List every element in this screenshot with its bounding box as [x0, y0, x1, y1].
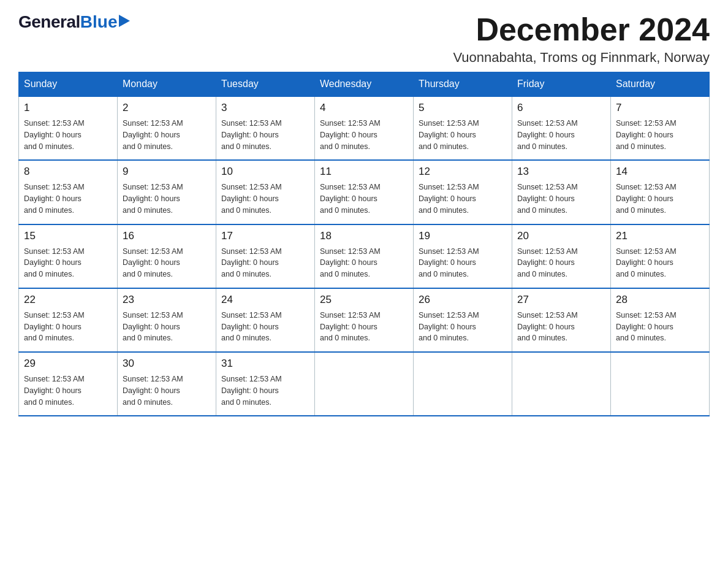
- day-number: 1: [24, 102, 112, 114]
- month-year-title: December 2024: [453, 12, 710, 47]
- day-number: 6: [517, 102, 605, 114]
- day-of-week-header: Tuesday: [216, 72, 315, 97]
- day-info: Sunset: 12:53 AMDaylight: 0 hoursand 0 m…: [123, 182, 211, 216]
- calendar-day-cell: 6Sunset: 12:53 AMDaylight: 0 hoursand 0 …: [512, 96, 611, 160]
- calendar-day-cell: 31Sunset: 12:53 AMDaylight: 0 hoursand 0…: [216, 352, 315, 416]
- calendar-day-cell: [414, 352, 512, 416]
- day-info: Sunset: 12:53 AMDaylight: 0 hoursand 0 m…: [616, 246, 704, 280]
- day-of-week-header: Monday: [118, 72, 216, 97]
- day-number: 29: [24, 358, 112, 370]
- day-info: Sunset: 12:53 AMDaylight: 0 hoursand 0 m…: [24, 310, 112, 344]
- day-number: 8: [24, 166, 112, 178]
- day-info: Sunset: 12:53 AMDaylight: 0 hoursand 0 m…: [24, 182, 112, 216]
- day-number: 30: [123, 358, 211, 370]
- calendar-day-cell: 15Sunset: 12:53 AMDaylight: 0 hoursand 0…: [19, 224, 118, 288]
- day-number: 16: [123, 230, 211, 242]
- logo-blue-text: Blue: [80, 12, 118, 32]
- calendar-week-row: 22Sunset: 12:53 AMDaylight: 0 hoursand 0…: [19, 288, 710, 352]
- calendar-day-cell: 8Sunset: 12:53 AMDaylight: 0 hoursand 0 …: [19, 160, 118, 224]
- day-info: Sunset: 12:53 AMDaylight: 0 hoursand 0 m…: [517, 182, 605, 216]
- location-subtitle: Vuonnabahta, Troms og Finnmark, Norway: [453, 50, 710, 66]
- calendar-day-cell: 28Sunset: 12:53 AMDaylight: 0 hoursand 0…: [611, 288, 710, 352]
- calendar-day-cell: 29Sunset: 12:53 AMDaylight: 0 hoursand 0…: [19, 352, 118, 416]
- calendar-day-cell: 30Sunset: 12:53 AMDaylight: 0 hoursand 0…: [118, 352, 216, 416]
- day-number: 11: [320, 166, 408, 178]
- day-number: 17: [221, 230, 309, 242]
- calendar-day-cell: 2Sunset: 12:53 AMDaylight: 0 hoursand 0 …: [118, 96, 216, 160]
- calendar-day-cell: 4Sunset: 12:53 AMDaylight: 0 hoursand 0 …: [315, 96, 414, 160]
- day-of-week-header: Thursday: [414, 72, 512, 97]
- calendar-header-row: SundayMondayTuesdayWednesdayThursdayFrid…: [19, 72, 710, 97]
- day-info: Sunset: 12:53 AMDaylight: 0 hoursand 0 m…: [221, 118, 309, 152]
- day-number: 24: [221, 294, 309, 306]
- day-info: Sunset: 12:53 AMDaylight: 0 hoursand 0 m…: [517, 118, 605, 152]
- calendar-day-cell: 13Sunset: 12:53 AMDaylight: 0 hoursand 0…: [512, 160, 611, 224]
- day-info: Sunset: 12:53 AMDaylight: 0 hoursand 0 m…: [517, 246, 605, 280]
- calendar-week-row: 8Sunset: 12:53 AMDaylight: 0 hoursand 0 …: [19, 160, 710, 224]
- calendar-day-cell: 9Sunset: 12:53 AMDaylight: 0 hoursand 0 …: [118, 160, 216, 224]
- day-info: Sunset: 12:53 AMDaylight: 0 hoursand 0 m…: [419, 246, 507, 280]
- calendar-day-cell: [611, 352, 710, 416]
- day-number: 25: [320, 294, 408, 306]
- page-header: General Blue December 2024 Vuonnabahta, …: [18, 12, 710, 66]
- day-number: 12: [419, 166, 507, 178]
- calendar-day-cell: 25Sunset: 12:53 AMDaylight: 0 hoursand 0…: [315, 288, 414, 352]
- calendar-day-cell: 12Sunset: 12:53 AMDaylight: 0 hoursand 0…: [414, 160, 512, 224]
- day-info: Sunset: 12:53 AMDaylight: 0 hoursand 0 m…: [221, 310, 309, 344]
- day-info: Sunset: 12:53 AMDaylight: 0 hoursand 0 m…: [616, 310, 704, 344]
- day-number: 27: [517, 294, 605, 306]
- day-info: Sunset: 12:53 AMDaylight: 0 hoursand 0 m…: [123, 373, 211, 408]
- calendar-day-cell: 22Sunset: 12:53 AMDaylight: 0 hoursand 0…: [19, 288, 118, 352]
- day-number: 9: [123, 166, 211, 178]
- day-number: 3: [221, 102, 309, 114]
- day-info: Sunset: 12:53 AMDaylight: 0 hoursand 0 m…: [616, 182, 704, 216]
- title-area: December 2024 Vuonnabahta, Troms og Finn…: [453, 12, 710, 66]
- day-info: Sunset: 12:53 AMDaylight: 0 hoursand 0 m…: [419, 118, 507, 152]
- day-of-week-header: Friday: [512, 72, 611, 97]
- day-number: 23: [123, 294, 211, 306]
- calendar-day-cell: 26Sunset: 12:53 AMDaylight: 0 hoursand 0…: [414, 288, 512, 352]
- day-info: Sunset: 12:53 AMDaylight: 0 hoursand 0 m…: [419, 310, 507, 344]
- day-number: 15: [24, 230, 112, 242]
- calendar-table: SundayMondayTuesdayWednesdayThursdayFrid…: [18, 72, 710, 416]
- day-number: 5: [419, 102, 507, 114]
- day-number: 14: [616, 166, 704, 178]
- day-number: 20: [517, 230, 605, 242]
- calendar-day-cell: 19Sunset: 12:53 AMDaylight: 0 hoursand 0…: [414, 224, 512, 288]
- day-number: 10: [221, 166, 309, 178]
- day-info: Sunset: 12:53 AMDaylight: 0 hoursand 0 m…: [24, 373, 112, 408]
- day-number: 2: [123, 102, 211, 114]
- calendar-week-row: 1Sunset: 12:53 AMDaylight: 0 hoursand 0 …: [19, 96, 710, 160]
- calendar-day-cell: 11Sunset: 12:53 AMDaylight: 0 hoursand 0…: [315, 160, 414, 224]
- logo-triangle-icon: [119, 15, 130, 27]
- logo: General Blue: [18, 12, 130, 32]
- day-info: Sunset: 12:53 AMDaylight: 0 hoursand 0 m…: [221, 182, 309, 216]
- calendar-day-cell: 5Sunset: 12:53 AMDaylight: 0 hoursand 0 …: [414, 96, 512, 160]
- day-number: 22: [24, 294, 112, 306]
- day-number: 31: [221, 358, 309, 370]
- day-info: Sunset: 12:53 AMDaylight: 0 hoursand 0 m…: [419, 182, 507, 216]
- day-number: 21: [616, 230, 704, 242]
- day-number: 13: [517, 166, 605, 178]
- calendar-day-cell: 20Sunset: 12:53 AMDaylight: 0 hoursand 0…: [512, 224, 611, 288]
- calendar-day-cell: [512, 352, 611, 416]
- calendar-day-cell: 23Sunset: 12:53 AMDaylight: 0 hoursand 0…: [118, 288, 216, 352]
- calendar-week-row: 15Sunset: 12:53 AMDaylight: 0 hoursand 0…: [19, 224, 710, 288]
- calendar-week-row: 29Sunset: 12:53 AMDaylight: 0 hoursand 0…: [19, 352, 710, 416]
- calendar-day-cell: 7Sunset: 12:53 AMDaylight: 0 hoursand 0 …: [611, 96, 710, 160]
- day-info: Sunset: 12:53 AMDaylight: 0 hoursand 0 m…: [320, 310, 408, 344]
- day-info: Sunset: 12:53 AMDaylight: 0 hoursand 0 m…: [221, 246, 309, 280]
- day-number: 4: [320, 102, 408, 114]
- day-number: 18: [320, 230, 408, 242]
- calendar-day-cell: 27Sunset: 12:53 AMDaylight: 0 hoursand 0…: [512, 288, 611, 352]
- calendar-day-cell: 14Sunset: 12:53 AMDaylight: 0 hoursand 0…: [611, 160, 710, 224]
- day-of-week-header: Saturday: [611, 72, 710, 97]
- calendar-day-cell: 24Sunset: 12:53 AMDaylight: 0 hoursand 0…: [216, 288, 315, 352]
- calendar-day-cell: 16Sunset: 12:53 AMDaylight: 0 hoursand 0…: [118, 224, 216, 288]
- calendar-day-cell: 18Sunset: 12:53 AMDaylight: 0 hoursand 0…: [315, 224, 414, 288]
- day-info: Sunset: 12:53 AMDaylight: 0 hoursand 0 m…: [123, 246, 211, 280]
- calendar-day-cell: 21Sunset: 12:53 AMDaylight: 0 hoursand 0…: [611, 224, 710, 288]
- day-info: Sunset: 12:53 AMDaylight: 0 hoursand 0 m…: [517, 310, 605, 344]
- day-number: 28: [616, 294, 704, 306]
- day-number: 19: [419, 230, 507, 242]
